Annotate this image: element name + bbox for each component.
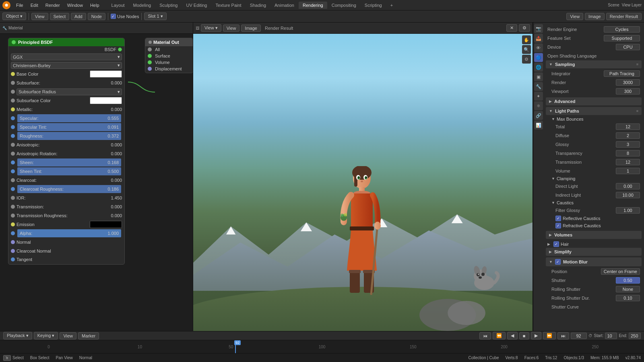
- socket-emission[interactable]: [11, 222, 15, 226]
- add-btn[interactable]: Add: [71, 13, 86, 20]
- menu-window[interactable]: Window: [64, 2, 86, 8]
- play-btn[interactable]: ▶: [531, 332, 541, 339]
- socket-specular[interactable]: [11, 116, 15, 120]
- side-icon-physics[interactable]: ⚛: [534, 101, 543, 110]
- sheen-tint-bar[interactable]: Sheen Tint:0.500: [17, 167, 121, 175]
- subsurface-color-swatch[interactable]: [90, 97, 122, 104]
- volumes-header[interactable]: ▶ Volumes: [546, 231, 642, 239]
- workspace-layout[interactable]: Layout: [107, 2, 129, 9]
- reflective-caustics-check[interactable]: ✓: [555, 216, 561, 221]
- step-fwd-btn[interactable]: ⏩: [543, 332, 556, 339]
- bsdf-output-socket[interactable]: [118, 47, 122, 51]
- integrator-value[interactable]: Path Tracing: [604, 70, 640, 77]
- socket-anisotropic-rotation[interactable]: [11, 152, 15, 156]
- socket-specular-tint[interactable]: [11, 125, 15, 129]
- mat-socket-surface[interactable]: [148, 54, 152, 58]
- socket-roughness[interactable]: [11, 134, 15, 138]
- motion-blur-check[interactable]: ✓: [555, 259, 561, 265]
- socket-transmission-roughness[interactable]: [11, 214, 15, 218]
- socket-normal[interactable]: [11, 240, 15, 244]
- specular-tint-bar[interactable]: Specular Tint:0.091: [17, 123, 121, 131]
- socket-clearcoat[interactable]: [11, 178, 15, 182]
- start-frame[interactable]: 10: [605, 333, 617, 339]
- socket-clearcoat-roughness[interactable]: [11, 187, 15, 191]
- socket-metallic[interactable]: [11, 107, 15, 111]
- clearcoat-roughness-bar[interactable]: Clearcoat Roughness:0.186: [17, 185, 121, 193]
- rolling-shutter-dur-value[interactable]: 0.10: [616, 295, 640, 301]
- render-engine-value[interactable]: Cycles: [604, 26, 640, 33]
- view-timeline-btn[interactable]: View: [60, 332, 76, 339]
- select-btn[interactable]: Select: [50, 13, 70, 20]
- hair-check[interactable]: ✓: [553, 241, 559, 247]
- socket-transmission[interactable]: [11, 205, 15, 209]
- socket-base-color[interactable]: [11, 72, 15, 76]
- workspace-texture-paint[interactable]: Texture Paint: [211, 2, 245, 9]
- menu-help[interactable]: Help: [87, 2, 103, 8]
- socket-subsurface[interactable]: [11, 81, 15, 85]
- volume-bounces-value[interactable]: 1: [616, 168, 640, 174]
- jump-end-btn[interactable]: ⏭: [557, 332, 569, 339]
- mat-socket-displacement[interactable]: [148, 67, 152, 71]
- advanced-header[interactable]: ▶ Advanced: [546, 97, 642, 105]
- base-color-swatch[interactable]: [90, 70, 122, 78]
- socket-ior[interactable]: [11, 196, 15, 200]
- node-btn[interactable]: Node: [88, 13, 105, 20]
- playback-btn[interactable]: Playback ▾: [3, 332, 32, 339]
- side-icon-modifier[interactable]: 🔧: [534, 82, 543, 91]
- feature-set-value[interactable]: Supported: [604, 35, 640, 41]
- sheen-bar[interactable]: Sheen:0.168: [17, 158, 121, 167]
- socket-anisotropic[interactable]: [11, 143, 15, 147]
- emission-swatch[interactable]: [90, 221, 122, 228]
- render-image-btn[interactable]: Image: [585, 13, 605, 20]
- shutter-value[interactable]: 0.50: [616, 277, 640, 284]
- workspace-shading[interactable]: Shading: [246, 2, 270, 9]
- subsurface-radius-dropdown[interactable]: Subsurface Radius▾: [17, 88, 122, 95]
- transmission-bounces-value[interactable]: 12: [616, 159, 640, 165]
- socket-alpha[interactable]: [11, 231, 15, 235]
- socket-sheen-tint[interactable]: [11, 169, 15, 173]
- clamping-header[interactable]: ▼ Clamping: [550, 175, 642, 182]
- use-nodes-toggle[interactable]: ✓ Use Nodes: [111, 14, 139, 19]
- max-bounces-header[interactable]: ▼ Max Bounces: [550, 116, 642, 122]
- workspace-uv[interactable]: UV Editing: [182, 2, 211, 9]
- roughness-bar[interactable]: Roughness:0.372: [17, 132, 121, 140]
- play-back-btn[interactable]: ◀: [507, 332, 518, 339]
- render-samples-value[interactable]: 3000: [616, 79, 640, 86]
- alpha-bar[interactable]: Alpha:1.000: [17, 229, 121, 237]
- workspace-rendering[interactable]: Rendering: [299, 2, 327, 9]
- subsurface-method-dropdown[interactable]: Christensen-Burley▾: [11, 62, 122, 69]
- render-view-btn[interactable]: View: [566, 13, 583, 20]
- sampling-header[interactable]: ▼ Sampling ≡: [546, 60, 642, 68]
- distribution-dropdown[interactable]: GGX▾: [11, 53, 122, 60]
- current-frame[interactable]: 92: [571, 333, 587, 339]
- mat-socket-volume[interactable]: [148, 60, 152, 64]
- timeline-strip[interactable]: 0 10 50 100 150 200 250 92: [0, 340, 644, 353]
- stop-btn[interactable]: ■: [519, 332, 529, 339]
- socket-subsurface-color[interactable]: [11, 99, 15, 103]
- side-icon-world[interactable]: 🌐: [534, 63, 543, 72]
- marker-btn[interactable]: Marker: [78, 332, 99, 339]
- side-icon-output[interactable]: 📤: [534, 34, 543, 43]
- render-settings-overlay-icon[interactable]: ⚙: [522, 55, 531, 64]
- motion-blur-header[interactable]: ▼ ✓ Motion Blur: [546, 257, 642, 266]
- side-icon-data[interactable]: 📊: [534, 121, 543, 130]
- step-back-btn[interactable]: ⏪: [493, 332, 506, 339]
- render-image-btn2[interactable]: Image: [241, 25, 261, 32]
- side-icon-render[interactable]: 📷: [534, 24, 543, 33]
- filter-glossy-value[interactable]: 1.00: [616, 207, 640, 214]
- render-view-view-btn[interactable]: View: [223, 25, 240, 32]
- light-paths-settings-icon[interactable]: ≡: [636, 109, 638, 113]
- socket-sheen[interactable]: [11, 160, 15, 165]
- keying-btn[interactable]: Keying ▾: [34, 332, 58, 339]
- diffuse-value[interactable]: 2: [616, 132, 640, 139]
- glossy-value[interactable]: 3: [616, 141, 640, 148]
- slot-dropdown[interactable]: Slot 1 ▾: [144, 12, 166, 20]
- side-icon-constraints[interactable]: 🔗: [534, 111, 543, 120]
- mat-socket-all[interactable]: [148, 47, 152, 51]
- light-paths-header[interactable]: ▼ Light Paths ≡: [546, 107, 642, 115]
- workspace-add[interactable]: +: [386, 2, 397, 9]
- socket-tangent[interactable]: [11, 257, 15, 261]
- side-icon-particles[interactable]: ✦: [534, 92, 543, 101]
- render-view-settings[interactable]: ⚙: [519, 24, 530, 32]
- direct-light-value[interactable]: 0.00: [616, 183, 640, 189]
